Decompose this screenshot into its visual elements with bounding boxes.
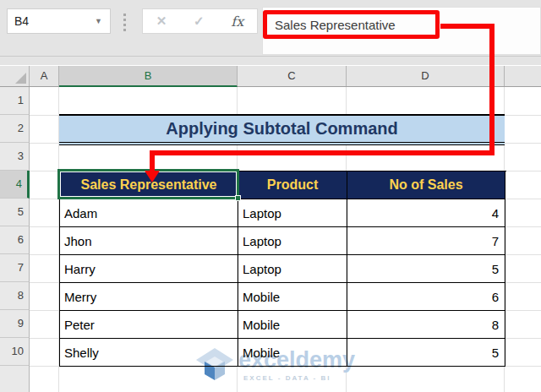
row-header-11[interactable] — [0, 366, 30, 392]
cell-B4[interactable]: Sales Representative — [60, 172, 238, 199]
cell-B6[interactable]: Jhon — [60, 227, 238, 255]
toolbar-grip-icon — [123, 14, 126, 31]
formula-toolbar: B4 ▼ ✕ ✓ fx Sales Representative — [0, 0, 541, 65]
worksheet-title: Applying Subtotal Command — [166, 119, 397, 138]
formula-buttons: ✕ ✓ fx — [142, 8, 258, 34]
cell-B8[interactable]: Merry — [60, 283, 238, 311]
insert-function-icon[interactable]: fx — [231, 14, 243, 30]
column-header-e[interactable] — [505, 66, 541, 86]
cell-C10[interactable]: Mobile — [238, 339, 347, 367]
row-header-4[interactable]: 4 — [0, 171, 30, 199]
name-box[interactable]: B4 ▼ — [7, 8, 111, 34]
cell-D10[interactable]: 5 — [347, 339, 505, 367]
row-header-2[interactable]: 2 — [0, 115, 30, 143]
cell-D5[interactable]: 4 — [347, 199, 505, 227]
formula-bar-value: Sales Representative — [275, 14, 396, 36]
row-header-7[interactable]: 7 — [0, 254, 30, 282]
toolbar-divider — [0, 56, 541, 57]
enter-icon[interactable]: ✓ — [194, 14, 205, 29]
name-box-dropdown-icon[interactable]: ▼ — [95, 9, 102, 33]
cell-D4[interactable]: No of Sales — [347, 172, 505, 199]
column-header-band: A B C D — [0, 66, 541, 87]
cell-C7[interactable]: Laptop — [238, 255, 347, 283]
cell-C5[interactable]: Laptop — [238, 199, 347, 227]
cell-B5[interactable]: Adam — [60, 199, 238, 227]
select-all-triangle-icon — [15, 73, 26, 84]
row-header-1[interactable]: 1 — [0, 87, 30, 115]
cell-D8[interactable]: 6 — [347, 283, 505, 311]
column-header-b[interactable]: B — [59, 66, 238, 87]
cell-C6[interactable]: Laptop — [238, 227, 347, 255]
watermark-tagline: EXCEL - DATA - BI — [243, 374, 331, 382]
cell-D6[interactable]: 7 — [347, 227, 505, 255]
spreadsheet-grid: A B C D 1 2 3 4 5 6 7 8 9 10 exceldemy E… — [0, 65, 541, 392]
cell-D9[interactable]: 8 — [347, 311, 505, 339]
cell-D7[interactable]: 5 — [347, 255, 505, 283]
row-header-10[interactable]: 10 — [0, 338, 30, 366]
name-box-value: B4 — [14, 14, 29, 28]
row-header-5[interactable]: 5 — [0, 199, 30, 226]
row-header-8[interactable]: 8 — [0, 282, 30, 310]
formula-bar-input[interactable]: Sales Representative — [262, 7, 541, 55]
cancel-icon[interactable]: ✕ — [156, 14, 167, 29]
row-header-3[interactable]: 3 — [0, 143, 30, 171]
cell-C8[interactable]: Mobile — [238, 283, 347, 311]
data-table: Sales Representative Product No of Sales… — [59, 171, 506, 367]
cell-C4[interactable]: Product — [238, 172, 347, 199]
cell-B7[interactable]: Harry — [60, 255, 238, 283]
cell-C9[interactable]: Mobile — [238, 311, 347, 339]
cell-B10[interactable]: Shelly — [60, 339, 238, 367]
select-all-corner[interactable] — [0, 66, 30, 86]
row-header-9[interactable]: 9 — [0, 310, 30, 338]
column-header-d[interactable]: D — [347, 66, 505, 86]
column-header-a[interactable]: A — [30, 66, 59, 86]
cell-title-b2[interactable]: Applying Subtotal Command — [59, 114, 505, 145]
column-header-c[interactable]: C — [238, 66, 347, 86]
row-header-6[interactable]: 6 — [0, 226, 30, 254]
cell-B9[interactable]: Peter — [60, 311, 238, 339]
